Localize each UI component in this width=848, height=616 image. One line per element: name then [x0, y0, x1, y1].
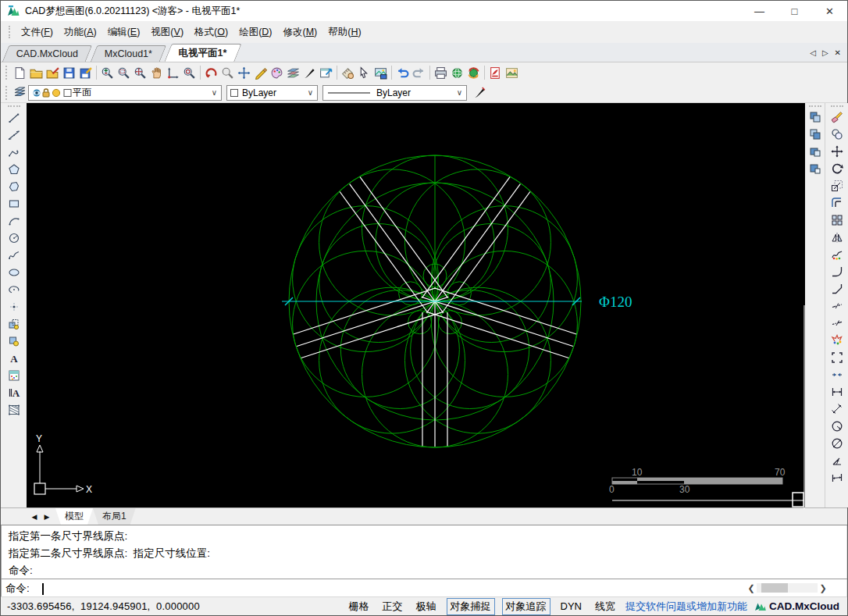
- open-folder-button[interactable]: [28, 65, 45, 81]
- status-toggle-对象追踪[interactable]: 对象追踪: [502, 598, 550, 615]
- break-1-button[interactable]: [828, 297, 846, 315]
- layers-manager-icon[interactable]: [12, 84, 28, 101]
- layout-scroll-right-icon[interactable]: ▶: [41, 511, 52, 523]
- status-toggle-DYN[interactable]: DYN: [558, 600, 585, 613]
- cloud-button[interactable]: [5, 178, 23, 195]
- chevron-down-icon[interactable]: ∨: [305, 88, 315, 97]
- chevron-down-icon[interactable]: ∨: [209, 88, 219, 97]
- fillet-button[interactable]: [828, 263, 846, 280]
- hatch-grid-button[interactable]: [5, 401, 23, 418]
- chamfer-button[interactable]: [828, 280, 846, 297]
- scale-button[interactable]: [828, 177, 846, 194]
- scroll-track[interactable]: [757, 583, 818, 593]
- view-back-button[interactable]: [203, 65, 219, 81]
- web-publish-button[interactable]: [449, 65, 465, 81]
- scroll-thumb[interactable]: [761, 583, 788, 593]
- dim-angular-button[interactable]: [828, 452, 846, 469]
- mirror-button[interactable]: [828, 229, 846, 246]
- menu-M[interactable]: 修改(M): [278, 23, 323, 41]
- zoom-window-button[interactable]: [116, 65, 132, 81]
- command-panel[interactable]: 指定第一条尺寸界线原点:指定第二条尺寸界线原点: 指定尺寸线位置:命令: 命令:…: [1, 525, 847, 596]
- offset-button[interactable]: [828, 194, 846, 212]
- layer-stack-button[interactable]: [285, 65, 301, 81]
- status-toggle-极轴[interactable]: 极轴: [413, 599, 440, 614]
- redo-button[interactable]: [411, 65, 427, 81]
- drawing-canvas[interactable]: Φ120YX1070030: [27, 103, 805, 507]
- rectangle-button[interactable]: [5, 195, 23, 212]
- menu-V[interactable]: 视图(V): [145, 23, 189, 41]
- ellipse-arc-button[interactable]: [5, 281, 23, 298]
- point-button[interactable]: [5, 298, 23, 315]
- break-2-button[interactable]: [828, 315, 846, 332]
- tab-close-icon[interactable]: ✕: [835, 48, 841, 57]
- layout-scroll-left-icon[interactable]: ◀: [29, 511, 40, 523]
- layout-tab-布局1[interactable]: 布局1: [93, 508, 136, 525]
- circle-button[interactable]: [5, 230, 23, 247]
- minimize-button[interactable]: —: [742, 1, 777, 21]
- palette-button[interactable]: [269, 65, 285, 81]
- status-toggle-栅格[interactable]: 栅格: [346, 599, 372, 614]
- move-cross-button[interactable]: [236, 65, 252, 81]
- pencil-button[interactable]: [252, 65, 269, 81]
- hatch-button[interactable]: [5, 367, 23, 384]
- layer-combo[interactable]: 平面 ∨: [28, 85, 222, 101]
- web-sync-button[interactable]: [465, 65, 482, 81]
- document-tab-3[interactable]: 电视平面1*: [165, 44, 242, 62]
- feedback-link[interactable]: 提交软件问题或增加新功能: [625, 600, 747, 614]
- paste-3-button[interactable]: [806, 143, 825, 160]
- close-button[interactable]: ✕: [812, 1, 847, 21]
- color-combo[interactable]: ByLayer ∨: [226, 85, 318, 101]
- rect-corners-button[interactable]: [828, 349, 846, 366]
- status-toggle-线宽[interactable]: 线宽: [592, 599, 618, 614]
- paste-1-button[interactable]: [806, 109, 825, 126]
- dim-diameter-button[interactable]: [828, 435, 846, 452]
- text-multi-button[interactable]: A: [5, 384, 23, 401]
- zoom-plusminus-button[interactable]: [99, 65, 116, 81]
- command-scrollbar[interactable]: ❮ ❯: [746, 582, 828, 593]
- paste-4-button[interactable]: [806, 160, 825, 177]
- new-file-button[interactable]: [12, 65, 28, 81]
- image-export-button[interactable]: [504, 65, 520, 81]
- tab-scroll-left-icon[interactable]: ◁: [810, 48, 816, 57]
- maximize-button[interactable]: □: [777, 1, 812, 21]
- brush-black-button[interactable]: [301, 65, 318, 81]
- chevron-down-icon[interactable]: ∨: [454, 88, 465, 97]
- menu-E[interactable]: 编辑(E): [102, 23, 146, 41]
- array-button[interactable]: [828, 212, 846, 229]
- dim-continue-button[interactable]: [828, 469, 846, 486]
- move-button[interactable]: [828, 143, 846, 160]
- polyline-button[interactable]: [5, 144, 23, 161]
- match-spline-button[interactable]: [828, 246, 846, 263]
- dim-linear-button[interactable]: [828, 383, 846, 401]
- open-edit-button[interactable]: [45, 65, 61, 81]
- rotate-button[interactable]: [828, 160, 846, 177]
- scroll-left-icon[interactable]: ❮: [746, 583, 757, 593]
- measure-hand-button[interactable]: [340, 65, 356, 81]
- zoom-extents-button[interactable]: [132, 65, 148, 81]
- save-button[interactable]: [61, 65, 77, 81]
- menu-A[interactable]: 功能(A): [59, 23, 102, 41]
- dim-radius-button[interactable]: [828, 418, 846, 435]
- menu-O[interactable]: 格式(O): [189, 23, 233, 41]
- ucs-axes-button[interactable]: [165, 65, 181, 81]
- linetype-combo[interactable]: ByLayer ∨: [322, 85, 467, 101]
- tab-scroll-right-icon[interactable]: ▷: [822, 48, 828, 57]
- menu-F[interactable]: 文件(F): [16, 23, 59, 41]
- document-tab-1[interactable]: CAD.MxCloud: [2, 45, 93, 62]
- status-toggle-正交[interactable]: 正交: [379, 599, 406, 614]
- save-as-button[interactable]: [77, 65, 94, 81]
- explode-button[interactable]: [828, 332, 846, 349]
- xline-button[interactable]: [5, 126, 23, 144]
- spline-button[interactable]: [5, 247, 23, 264]
- pan-hand-button[interactable]: [148, 65, 165, 81]
- undo-button[interactable]: [394, 65, 411, 81]
- block-insert-button[interactable]: [5, 315, 23, 333]
- zoom-previous-button[interactable]: [219, 65, 236, 81]
- scroll-right-icon[interactable]: ❯: [818, 583, 828, 593]
- pdf-export-button[interactable]: [487, 65, 504, 81]
- ellipse-button[interactable]: [5, 264, 23, 281]
- erase-button[interactable]: [828, 109, 846, 126]
- arc-button[interactable]: [5, 212, 23, 230]
- document-tab-2[interactable]: MxCloud1*: [91, 45, 167, 62]
- text-single-button[interactable]: A: [5, 350, 23, 367]
